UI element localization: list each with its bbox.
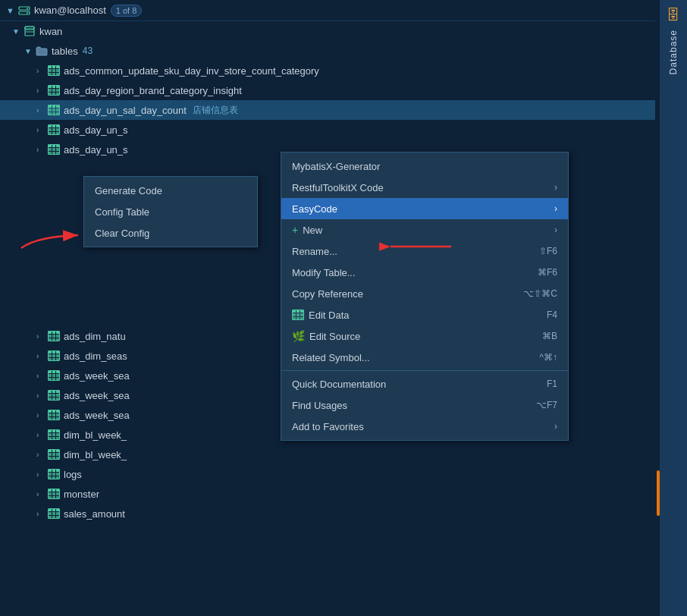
plus-icon: +	[292, 224, 298, 236]
menu-label: RestfulToolkitX Code	[292, 182, 550, 193]
collapse-chevron[interactable]: ▼	[6, 6, 14, 15]
table-icon	[47, 388, 61, 402]
table-name: ads_week_sea	[64, 390, 130, 401]
table-icon	[47, 467, 61, 481]
menu-label: Config Table	[95, 206, 246, 218]
table-name: monster	[64, 489, 99, 500]
table-icon	[47, 408, 61, 422]
connection-badge: 1 of 8	[111, 5, 143, 17]
svg-point-3	[27, 12, 28, 14]
menu-label: Rename...	[292, 246, 530, 257]
table-comment: 店铺信息表	[193, 104, 238, 117]
row-chevron: ›	[36, 431, 47, 439]
table-icon	[47, 448, 61, 461]
submenu-arrow: ›	[554, 421, 557, 432]
table-row[interactable]: › ads_day_region_brand_category_insight	[0, 80, 660, 100]
table-icon	[47, 507, 61, 520]
menu-item-edit-data[interactable]: Edit Data F4	[281, 304, 568, 325]
menu-label: Clear Config	[95, 228, 246, 239]
menu-label: Copy Reference	[292, 288, 514, 300]
table-icon	[47, 123, 61, 137]
table-icon	[47, 428, 61, 442]
shortcut: ⇧F6	[539, 246, 557, 256]
right-panel: 🗄 Database	[660, 0, 687, 616]
table-name: sales_amount	[64, 508, 125, 520]
menu-label: Quick Documentation	[292, 379, 538, 390]
table-row[interactable]: › logs	[0, 464, 281, 484]
kwan-chevron: ▼	[12, 27, 23, 36]
menu-item-new[interactable]: + New ›	[281, 219, 568, 240]
table-row-selected[interactable]: › ads_day_un_sal_day_count 店铺信息表	[0, 100, 660, 120]
row-chevron: ›	[36, 146, 47, 154]
table-icon	[47, 487, 61, 501]
table-row[interactable]: › sales_amount	[0, 504, 281, 523]
table-name: ads_day_un_s	[64, 144, 128, 156]
table-name: ads_day_region_brand_category_insight	[64, 85, 242, 96]
menu-item-generate-code[interactable]: Generate Code	[84, 180, 257, 201]
menu-item-copy-reference[interactable]: Copy Reference ⌥⇧⌘C	[281, 283, 568, 304]
table-icon	[47, 103, 61, 117]
menu-label: Edit Source	[309, 331, 533, 342]
table-row[interactable]: › monster	[0, 484, 281, 504]
menu-label: Add to Favorites	[292, 421, 550, 432]
context-menu-primary: Generate Code Config Table Clear Config	[83, 176, 258, 247]
sidebar: ▼ kwan@localhost 1 of 8 ▼ kwan ▼	[0, 0, 660, 616]
grid-icon	[292, 310, 304, 320]
menu-item-clear-config[interactable]: Clear Config	[84, 222, 257, 244]
table-icon	[47, 369, 61, 382]
tables-folder-icon	[35, 44, 49, 58]
database-tab[interactable]: 🗄	[663, 8, 684, 24]
menu-item-quick-documentation[interactable]: Quick Documentation F1	[281, 373, 568, 394]
menu-divider	[281, 370, 568, 371]
table-row[interactable]: › dim_bl_week_	[0, 445, 281, 464]
row-chevron: ›	[36, 372, 47, 380]
menu-item-config-table[interactable]: Config Table	[84, 201, 257, 222]
menu-item-add-favorites[interactable]: Add to Favorites ›	[281, 416, 568, 437]
table-icon	[47, 349, 61, 363]
submenu-arrow: ›	[554, 225, 557, 235]
table-row[interactable]: › ads_day_un_s	[0, 120, 660, 140]
tables-count: 43	[83, 46, 93, 56]
shortcut: F4	[547, 310, 557, 320]
menu-item-find-usages[interactable]: Find Usages ⌥F7	[281, 394, 568, 416]
kwan-node[interactable]: ▼ kwan	[0, 21, 660, 41]
table-row[interactable]: › ads_dim_natu	[0, 326, 281, 346]
submenu-arrow: ›	[554, 203, 557, 214]
table-row[interactable]: › ads_week_sea	[0, 366, 281, 385]
row-chevron: ›	[36, 451, 47, 459]
table-row[interactable]: › ads_week_sea	[0, 405, 281, 425]
tables-node[interactable]: ▼ tables 43	[0, 41, 660, 61]
shortcut: F1	[547, 379, 557, 389]
row-chevron: ›	[36, 67, 47, 75]
menu-item-restful[interactable]: RestfulToolkitX Code ›	[281, 177, 568, 198]
shortcut: ⌘B	[542, 331, 557, 341]
menu-item-related-symbol[interactable]: Related Symbol... ^⌘↑	[281, 347, 568, 368]
row-chevron: ›	[36, 352, 47, 360]
menu-item-mybatisx[interactable]: MybatisX-Generator	[281, 156, 568, 177]
database-stack-icon: 🗄	[667, 8, 680, 24]
menu-item-rename[interactable]: Rename... ⇧F6	[281, 240, 568, 262]
menu-label: Edit Data	[309, 310, 538, 321]
context-menu-secondary: MybatisX-Generator RestfulToolkitX Code …	[281, 152, 569, 441]
menu-item-easycode[interactable]: EasyCode ›	[281, 198, 568, 219]
table-row[interactable]: › ads_dim_seas	[0, 346, 281, 366]
top-bar: ▼ kwan@localhost 1 of 8	[0, 0, 660, 21]
scrollbar-thumb[interactable]	[657, 470, 660, 516]
row-chevron: ›	[36, 332, 47, 341]
menu-label: Find Usages	[292, 400, 527, 411]
database-label: Database	[668, 30, 679, 74]
table-row[interactable]: › dim_bl_week_	[0, 425, 281, 445]
table-name: dim_bl_week_	[64, 449, 127, 460]
kwan-label: kwan	[39, 26, 62, 37]
row-chevron: ›	[36, 470, 47, 479]
table-row[interactable]: › ads_common_update_sku_day_inv_store_co…	[0, 61, 660, 80]
table-row[interactable]: › ads_week_sea	[0, 385, 281, 405]
menu-label: Related Symbol...	[292, 352, 530, 363]
kwan-db-icon	[23, 24, 36, 38]
submenu-arrow: ›	[554, 182, 557, 193]
menu-item-edit-source[interactable]: 🌿 Edit Source ⌘B	[281, 325, 568, 347]
menu-item-modify-table[interactable]: Modify Table... ⌘F6	[281, 262, 568, 283]
menu-label: Generate Code	[95, 185, 246, 196]
row-chevron: ›	[36, 106, 47, 115]
row-chevron: ›	[36, 391, 47, 400]
